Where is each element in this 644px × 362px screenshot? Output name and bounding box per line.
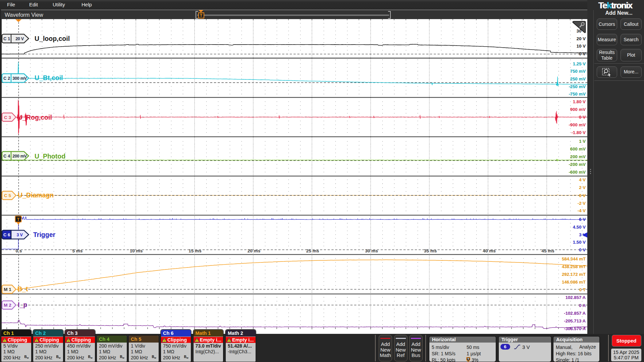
svg-text:1.50 V: 1.50 V — [573, 240, 586, 245]
svg-text:-250 mV: -250 mV — [569, 84, 586, 89]
svg-text:10 V: 10 V — [577, 44, 586, 49]
svg-text:900 mV: 900 mV — [570, 107, 586, 112]
svg-text:5 ms: 5 ms — [72, 248, 83, 253]
svg-text:35 ms: 35 ms — [424, 248, 437, 253]
svg-text:30 ms: 30 ms — [365, 248, 378, 253]
svg-text:20 V: 20 V — [15, 37, 24, 41]
svg-text:-750 mV: -750 mV — [569, 92, 586, 97]
svg-text:-4 V: -4 V — [578, 208, 586, 213]
svg-text:B_t: B_t — [17, 285, 28, 293]
svg-text:0 s: 0 s — [16, 248, 22, 253]
svg-text:U_Rog,coil: U_Rog,coil — [18, 114, 52, 121]
svg-text:20 V: 20 V — [577, 36, 586, 41]
svg-text:146.086 mT: 146.086 mT — [562, 280, 586, 285]
svg-text:45 ms: 45 ms — [541, 248, 554, 253]
svg-text:C 4: C 4 — [3, 154, 10, 159]
svg-text:M 1: M 1 — [4, 287, 11, 292]
svg-text:-900 mV: -900 mV — [569, 122, 586, 127]
svg-text:1.25 V: 1.25 V — [573, 61, 586, 66]
svg-text:10 ms: 10 ms — [130, 248, 143, 253]
svg-text:4.50 V: 4.50 V — [573, 225, 586, 230]
svg-text:40 ms: 40 ms — [483, 248, 495, 253]
svg-text:C 3: C 3 — [4, 115, 11, 120]
svg-text:U_loop,coil: U_loop,coil — [35, 35, 70, 42]
svg-text:0 V: 0 V — [579, 247, 586, 252]
svg-text:U_Diamagn: U_Diamagn — [18, 191, 54, 199]
svg-text:200 mV: 200 mV — [12, 154, 27, 159]
svg-text:I_p: I_p — [18, 301, 27, 308]
svg-text:300 mV: 300 mV — [12, 76, 27, 81]
svg-text:U_Bt,coil: U_Bt,coil — [35, 74, 63, 81]
svg-text:C 1: C 1 — [3, 36, 10, 41]
svg-text:M 2: M 2 — [4, 303, 11, 308]
svg-text:102.857 A: 102.857 A — [566, 295, 586, 300]
svg-text:C 5: C 5 — [4, 193, 11, 198]
svg-text:0 V: 0 V — [579, 193, 586, 198]
svg-text:0 V: 0 V — [579, 51, 586, 56]
svg-text:6 V: 6 V — [579, 217, 586, 222]
svg-text:0 T: 0 T — [579, 287, 586, 292]
svg-text:15 ms: 15 ms — [189, 248, 201, 253]
svg-text:292.172 mT: 292.172 mT — [562, 272, 586, 277]
svg-text:-1.80 V: -1.80 V — [571, 130, 586, 135]
svg-text:-102.857 A: -102.857 A — [564, 311, 586, 316]
svg-text:750 mV: 750 mV — [570, 69, 586, 74]
svg-text:Trigger: Trigger — [33, 231, 56, 238]
svg-text:C 2: C 2 — [3, 76, 10, 81]
svg-text:3 V: 3 V — [16, 233, 23, 237]
svg-text:4 V: 4 V — [579, 177, 586, 182]
svg-text:-600 mV: -600 mV — [569, 170, 586, 175]
svg-text:1 V: 1 V — [579, 139, 586, 144]
svg-text:600 mV: 600 mV — [570, 146, 586, 152]
svg-text:U_Photod: U_Photod — [35, 153, 65, 160]
svg-text:T: T — [17, 217, 20, 222]
svg-text:2 V: 2 V — [579, 185, 586, 190]
svg-text:250 mV: 250 mV — [570, 76, 586, 81]
svg-text:1.80 V: 1.80 V — [573, 99, 586, 104]
svg-text:20 ms: 20 ms — [248, 248, 260, 253]
svg-text:-200 mV: -200 mV — [569, 162, 586, 167]
svg-text:25 ms: 25 ms — [306, 248, 319, 253]
svg-text:-2 V: -2 V — [578, 201, 586, 206]
svg-text:-308.570 A: -308.570 A — [564, 326, 586, 331]
svg-text:584.344 mT: 584.344 mT — [562, 256, 586, 261]
svg-text:C 6: C 6 — [3, 232, 10, 237]
svg-text:200 mV: 200 mV — [570, 154, 586, 159]
svg-text:0 A: 0 A — [579, 303, 586, 308]
svg-text:0 V: 0 V — [579, 115, 586, 120]
svg-text:438.258 mT: 438.258 mT — [562, 264, 586, 269]
svg-text:-205.713 A: -205.713 A — [564, 318, 586, 323]
